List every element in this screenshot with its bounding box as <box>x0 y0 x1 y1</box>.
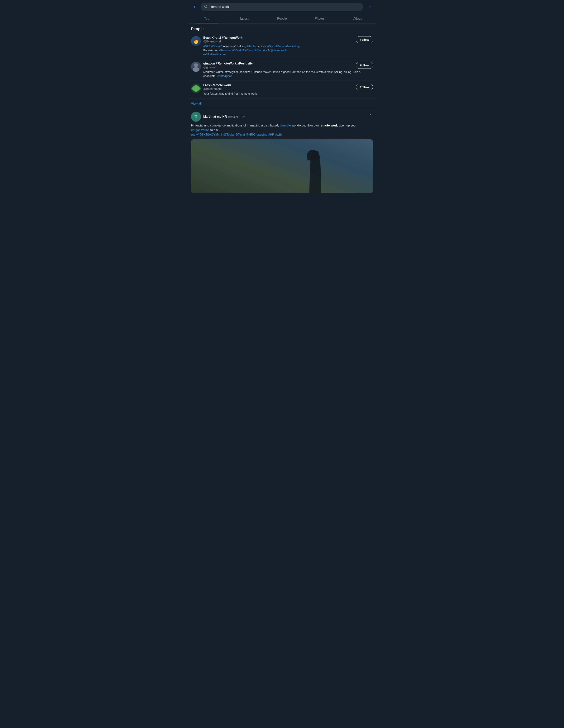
person-bio-ginavon: Marketer, writer, strategizer, socialize… <box>203 70 373 78</box>
svg-point-3 <box>369 7 370 7</box>
bio-hashtag: #Social <box>211 45 221 48</box>
bio-mention: @evirahealth <box>270 49 288 52</box>
bio-hashtag: #Tech <box>247 45 255 48</box>
tabs-bar: Top Latest People Photos Videos <box>188 14 376 24</box>
tweet-more-button[interactable] <box>368 112 373 117</box>
tweet-meta: Martin at mglHR @mglhr · 1m <box>203 115 245 118</box>
search-query: "remote work" <box>210 5 230 9</box>
tweet-time: 1m <box>241 115 245 118</box>
tweet-hashtag: #remote <box>280 124 291 127</box>
avatar-mgl: mgl HR <box>191 112 201 122</box>
view-all-button[interactable]: View all <box>191 102 202 105</box>
tweet-hashtag: #HR <box>268 133 274 136</box>
bio-text: "Influencer" helping <box>221 45 247 48</box>
tweet-link: ow.ly/ID3X50AOYM4 <box>191 133 220 136</box>
person-handle-freshremote: @freshremote <box>203 87 231 90</box>
tab-videos[interactable]: Videos <box>338 14 376 23</box>
tweet-header: mgl HR Martin at mglHR @mglhr · 1m <box>191 112 373 122</box>
tweet-image <box>191 139 373 193</box>
bio-hashtag: #IoT <box>238 49 244 52</box>
bio-text: & <box>268 49 270 52</box>
search-icon <box>204 5 208 9</box>
tweet-bold-text: remote work <box>320 124 338 127</box>
tweet-text: to risk? <box>210 128 220 132</box>
bio-hashtag: #data4good <box>217 74 232 78</box>
mgl-initials: mgl <box>194 114 198 117</box>
person-info-ginavon: ginavon #RemoteWork #Positivity @ginavon… <box>203 62 373 78</box>
tab-top[interactable]: Top <box>188 14 226 23</box>
tweet-text: fr <box>221 133 223 136</box>
tweet-body: Financial and compliance implications of… <box>191 123 373 137</box>
search-bar[interactable]: "remote work" <box>201 3 363 11</box>
section-title-people: People <box>188 24 376 33</box>
person-name-evan: Evan Kirstel #RemoteWork <box>203 36 242 40</box>
tweet-text: open up your <box>339 124 356 127</box>
tab-latest[interactable]: Latest <box>226 14 263 23</box>
avatar-ginavon <box>191 62 201 72</box>
tweet-card: mgl HR Martin at mglHR @mglhr · 1m Finan… <box>188 109 376 196</box>
bio-text: clients w <box>256 45 267 48</box>
tweet-text: Financial and compliance implications of… <box>191 124 280 127</box>
bio-hashtag: #Marketing <box>285 45 300 48</box>
bio-hashtag: #5G <box>232 49 238 52</box>
bio-hashtag: #Telecom <box>219 49 232 52</box>
svg-point-4 <box>370 7 371 7</box>
svg-point-2 <box>368 7 369 7</box>
follow-button-freshremote[interactable]: Follow <box>356 84 373 90</box>
person-card-ginavon: ginavon #RemoteWork #Positivity @ginavon… <box>188 59 376 81</box>
people-section: People 🧑 Evan Kirstel #RemoteWork @EvanK… <box>188 24 376 109</box>
bio-link: eViRaHealth.com <box>203 53 226 56</box>
tweet-mention: @HRGrapevine <box>246 133 267 136</box>
more-options-button[interactable] <box>366 3 373 11</box>
bio-hashtag: #SocialMedia <box>267 45 284 48</box>
bio-hashtag: #B2B <box>203 45 210 48</box>
bio-hashtag: #Security <box>255 49 267 52</box>
person-name-freshremote: FreshRemote.work <box>203 83 231 87</box>
tweet-hashtag: #organization <box>191 128 209 132</box>
person-info-freshremote: FreshRemote.work @freshremote Follow You… <box>203 83 373 96</box>
follow-button-ginavon[interactable]: Follow <box>356 62 373 69</box>
avatar-evan: 🧑 <box>191 36 201 46</box>
back-button[interactable] <box>191 3 198 11</box>
header: "remote work" <box>188 0 376 14</box>
bio-hashtag: #Cloud <box>245 49 254 52</box>
person-handle-evan: @EvanKirstel <box>203 40 242 43</box>
view-all-row: View all <box>188 98 376 109</box>
svg-line-1 <box>207 7 208 8</box>
person-name-ginavon: ginavon #RemoteWork #Positivity <box>203 62 253 65</box>
tweet-text: workforce: How can <box>292 124 320 127</box>
person-card-evan: 🧑 Evan Kirstel #RemoteWork @EvanKirstel … <box>188 33 376 59</box>
tweet-mention: @Topia_Official <box>223 133 245 136</box>
tab-people[interactable]: People <box>263 14 301 23</box>
tab-photos[interactable]: Photos <box>301 14 338 23</box>
mgl-subtext: HR <box>195 117 197 119</box>
tweet-author-name: Martin at mglHR <box>203 115 227 118</box>
tweet-author-row: mgl HR Martin at mglHR @mglhr · 1m <box>191 112 245 122</box>
bio-text: Focused on <box>203 49 219 52</box>
person-bio-freshremote: Your fastest way to find fresh remote wo… <box>203 92 373 96</box>
person-card-freshremote: FreshRemote.work @freshremote Follow You… <box>188 81 376 98</box>
bio-text: Your fastest way to find fresh remote wo… <box>203 92 257 95</box>
tweet-author-handle: @mglhr <box>228 115 238 118</box>
person-bio-evan: #B2B #Social "Influencer" helping #Tech … <box>203 44 373 56</box>
person-info-evan: Evan Kirstel #RemoteWork @EvanKirstel Fo… <box>203 36 373 56</box>
follow-button-evan[interactable]: Follow <box>356 36 373 43</box>
tweet-hashtag: #wfh <box>275 133 282 136</box>
separator-dot: · <box>239 115 240 118</box>
avatar-freshremote <box>191 83 201 93</box>
person-handle-ginavon: @ginavon <box>203 65 253 69</box>
